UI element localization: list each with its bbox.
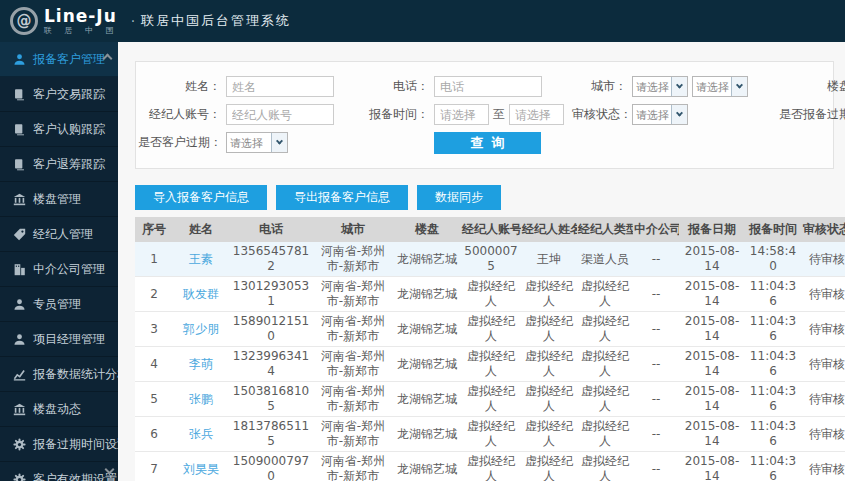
sidebar-item-4[interactable]: 楼盘管理 [0,182,118,217]
report-time-from-input[interactable] [434,104,489,125]
sidebar-item-9[interactable]: 报备数据统计分析 [0,357,118,392]
cell-agency: -- [633,347,679,382]
cell-city: 河南省-郑州市-新郑市 [313,277,393,312]
city-province-select[interactable]: 请选择 [632,76,688,97]
cell-agent_account: 虚拟经纪人 [461,417,521,452]
sidebar-item-6[interactable]: 中介公司管理 [0,252,118,287]
cell-agent_type: 虚拟经纪人 [577,382,633,417]
report-time-label: 报备时间： [338,106,434,123]
chevron-down-icon [271,133,287,152]
cell-date: 2015-08-14 [679,452,745,481]
table-row[interactable]: 3郭少朋15890121510河南省-郑州市-新郑市龙湖锦艺城虚拟经纪人虚拟经纪… [135,312,845,347]
gear-icon [13,438,26,451]
cell-agent_name: 虚拟经纪人 [521,347,577,382]
cell-agency: -- [633,277,679,312]
sidebar-item-10[interactable]: 楼盘动态 [0,392,118,427]
cell-agent_name: 虚拟经纪人 [521,277,577,312]
cell-agency: -- [633,312,679,347]
customer-name-link[interactable]: 刘昊昊 [183,462,219,476]
cell-agent_account: 虚拟经纪人 [461,347,521,382]
cell-city: 河南省-郑州市-新郑市 [313,382,393,417]
sidebar-item-7[interactable]: 专员管理 [0,287,118,322]
customer-name-link[interactable]: 李萌 [189,357,213,371]
cell-no: 2 [135,277,173,312]
brand-logo[interactable]: @ Line-Ju 联 居 中 国 [10,7,119,35]
chevron-down-icon [671,77,687,96]
data-sync-button[interactable]: 数据同步 [417,185,501,210]
chart-icon [13,368,26,381]
bank-icon [13,193,26,206]
cell-agent_name: 王坤 [521,242,577,277]
audit-status-label: 审核状态： [572,106,632,123]
table-row[interactable]: 5张鹏15038168105河南省-郑州市-新郑市龙湖锦艺城虚拟经纪人虚拟经纪人… [135,382,845,417]
customer-name-link[interactable]: 张兵 [189,427,213,441]
cell-agent_account: 50000075 [461,242,521,277]
cell-property: 龙湖锦艺城 [393,347,461,382]
cell-date: 2015-08-14 [679,277,745,312]
sidebar-item-11[interactable]: 报备过期时间设置 [0,427,118,462]
cell-time: 11:04:36 [745,347,801,382]
cell-agent_type: 虚拟经纪人 [577,312,633,347]
to-label: 至 [493,106,505,123]
cell-date: 2015-08-14 [679,417,745,452]
cell-agent_type: 虚拟经纪人 [577,452,633,481]
customer-name-link[interactable]: 王素 [189,252,213,266]
sidebar-item-1[interactable]: 客户交易跟踪 [0,77,118,112]
export-customers-button[interactable]: 导出报备客户信息 [276,185,408,210]
cell-date: 2015-08-14 [679,347,745,382]
doc-icon [13,88,26,101]
at-logo-icon: @ [10,7,38,35]
import-customers-button[interactable]: 导入报备客户信息 [135,185,267,210]
sidebar-item-5[interactable]: 经纪人管理 [0,217,118,252]
table-row[interactable]: 1王素13565457812河南省-郑州市-新郑市龙湖锦艺城50000075王坤… [135,242,845,277]
cell-agency: -- [633,382,679,417]
search-button[interactable]: 查询 [434,132,541,154]
sidebar-item-3[interactable]: 客户退筹跟踪 [0,147,118,182]
column-header-7: 经纪人类型 [577,217,633,242]
table-body: 1王素13565457812河南省-郑州市-新郑市龙湖锦艺城50000075王坤… [135,242,845,481]
main-content: 姓名： 电话： 城市： 请选择 请选择 楼盘： [118,42,845,481]
column-header-6: 经纪人姓名 [521,217,577,242]
cell-no: 4 [135,347,173,382]
cell-status: 待审核 [801,312,845,347]
customer-expired-select[interactable]: 请选择 [226,132,288,153]
audit-status-value: 请选择 [633,105,671,124]
customer-name-link[interactable]: 耿发群 [183,287,219,301]
cell-status: 待审核 [801,277,845,312]
phone-input[interactable] [434,76,542,97]
table-row[interactable]: 7刘昊昊15090007970河南省-郑州市-新郑市龙湖锦艺城虚拟经纪人虚拟经纪… [135,452,845,481]
cell-date: 2015-08-14 [679,382,745,417]
cell-status: 待审核 [801,382,845,417]
customer-name-link[interactable]: 郭少朋 [183,322,219,336]
sidebar-item-2[interactable]: 客户认购跟踪 [0,112,118,147]
sidebar-item-label: 报备过期时间设置 [33,436,129,453]
name-input[interactable] [226,76,334,97]
cell-agent_name: 虚拟经纪人 [521,312,577,347]
customer-name-link[interactable]: 张鹏 [189,392,213,406]
sidebar-item-label: 报备客户管理 [33,51,105,68]
cell-city: 河南省-郑州市-新郑市 [313,242,393,277]
cell-city: 河南省-郑州市-新郑市 [313,452,393,481]
cell-phone: 15038168105 [229,382,313,417]
cell-name: 郭少朋 [173,312,229,347]
cell-agent_name: 虚拟经纪人 [521,382,577,417]
cell-name: 张鹏 [173,382,229,417]
agent-account-input[interactable] [226,104,334,125]
table-row[interactable]: 6张兵18137865115河南省-郑州市-新郑市龙湖锦艺城虚拟经纪人虚拟经纪人… [135,417,845,452]
cell-time: 11:04:36 [745,417,801,452]
sidebar-item-8[interactable]: 项目经理管理 [0,322,118,357]
property-label: 楼盘： [756,78,845,95]
table-row[interactable]: 2耿发群13012930531河南省-郑州市-新郑市龙湖锦艺城虚拟经纪人虚拟经纪… [135,277,845,312]
cell-no: 3 [135,312,173,347]
city-city-select[interactable]: 请选择 [692,76,748,97]
table-row[interactable]: 4李萌13239963414河南省-郑州市-新郑市龙湖锦艺城虚拟经纪人虚拟经纪人… [135,347,845,382]
audit-status-select[interactable]: 请选择 [632,104,688,125]
sidebar-item-0[interactable]: 报备客户管理 [0,42,118,77]
cell-status: 待审核 [801,347,845,382]
cell-phone: 15890121510 [229,312,313,347]
title-separator: · [131,13,135,29]
sidebar-item-12[interactable]: 客户有效期设置 [0,462,118,481]
cell-time: 14:58:40 [745,242,801,277]
cell-agent_account: 虚拟经纪人 [461,312,521,347]
report-time-to-input[interactable] [509,104,564,125]
